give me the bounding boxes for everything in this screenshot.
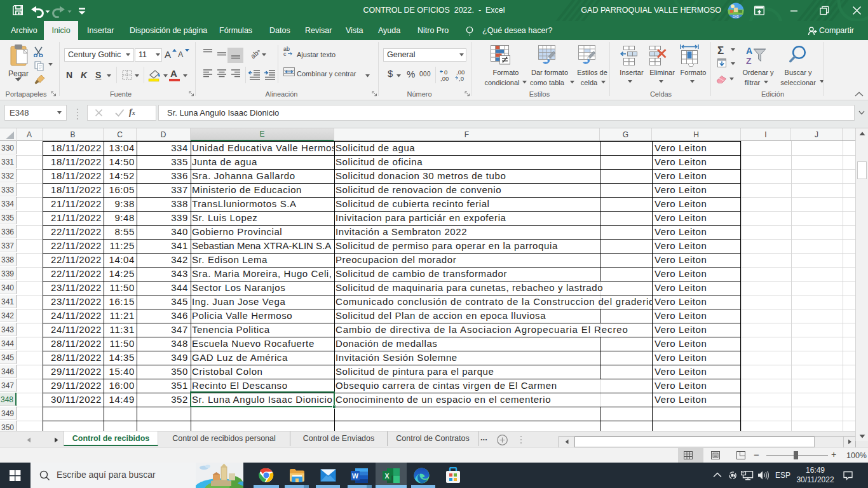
svg-text:Z: Z [746,56,752,65]
svg-text:GAD: GAD [733,15,740,18]
svg-text:,00: ,00 [440,75,449,82]
svg-text:,0: ,0 [459,75,464,82]
svg-text:X: X [384,472,389,480]
svg-text:A: A [746,46,752,56]
svg-text:c: c [283,51,287,57]
svg-text:W: W [352,472,358,480]
